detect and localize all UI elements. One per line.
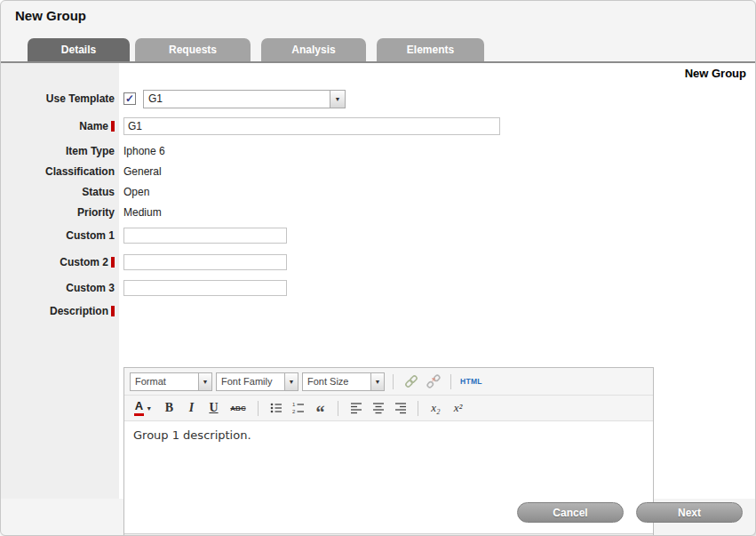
tab-details[interactable]: Details (28, 38, 130, 61)
custom1-label: Custom 1 (1, 229, 116, 242)
underline-icon[interactable]: U (204, 399, 223, 418)
blockquote-icon[interactable]: “ (311, 399, 330, 418)
chevron-down-icon[interactable]: ▼ (330, 91, 345, 108)
font-color-icon[interactable]: A ▼ (130, 399, 156, 418)
tab-elements[interactable]: Elements (377, 38, 484, 61)
use-template-selected-value: G1 (144, 92, 163, 105)
next-button[interactable]: Next (636, 502, 743, 523)
custom3-row: Custom 3 (1, 279, 755, 297)
status-row: Status Open (1, 184, 755, 200)
custom2-label: Custom 2 (1, 256, 116, 268)
cancel-button[interactable]: Cancel (517, 502, 624, 523)
required-marker (111, 257, 115, 268)
custom1-input[interactable] (123, 228, 287, 244)
svg-text:2: 2 (292, 409, 296, 414)
font-size-select[interactable]: Font Size ▼ (302, 372, 385, 391)
chevron-down-icon: ▼ (146, 405, 152, 412)
font-family-select[interactable]: Font Family ▼ (216, 372, 298, 391)
classification-label: Classification (1, 165, 116, 178)
editor-toolbar-row1: Format ▼ Font Family ▼ Font Size ▼ (124, 368, 653, 396)
item-type-value: Iphone 6 (123, 145, 165, 157)
tab-analysis[interactable]: Analysis (261, 38, 366, 61)
bold-icon[interactable]: B (160, 399, 179, 418)
toolbar-separator (450, 374, 451, 389)
html-source-icon[interactable]: HTML (459, 372, 483, 391)
subscript-icon[interactable]: x₂ (426, 399, 445, 418)
align-center-icon[interactable] (369, 399, 387, 418)
align-right-icon[interactable] (391, 399, 410, 418)
use-template-checkbox[interactable] (123, 92, 136, 105)
chevron-down-icon: ▼ (198, 373, 211, 390)
details-panel: New Group Use Template G1 ▼ Name (1, 63, 755, 499)
footer-actions: Cancel Next (517, 502, 743, 523)
new-group-window: New Group Details Requests Analysis Elem… (0, 0, 756, 536)
custom3-label: Custom 3 (1, 282, 116, 294)
name-input[interactable] (123, 117, 500, 135)
unlink-icon[interactable] (424, 372, 442, 391)
page-title: New Group (15, 8, 86, 23)
svg-text:1: 1 (292, 402, 296, 407)
editor-toolbar-row2: A ▼ B I U ABC 12 “ (124, 396, 653, 421)
insert-link-icon[interactable] (402, 372, 420, 391)
italic-icon[interactable]: I (182, 399, 201, 418)
name-label: Name (1, 120, 116, 132)
priority-label: Priority (1, 206, 116, 219)
toolbar-separator (418, 401, 418, 416)
item-type-row: Item Type Iphone 6 (1, 143, 755, 159)
toolbar-separator (338, 401, 338, 416)
description-label: Description (1, 305, 116, 317)
status-label: Status (1, 186, 116, 198)
custom2-row: Custom 2 (1, 253, 755, 271)
bullet-list-icon[interactable] (267, 399, 285, 418)
classification-value: General (123, 165, 162, 178)
name-row: Name (1, 116, 755, 136)
custom2-input[interactable] (123, 254, 287, 270)
chevron-down-icon: ▼ (284, 373, 298, 390)
tab-requests[interactable]: Requests (135, 38, 251, 61)
use-template-label: Use Template (1, 92, 116, 105)
priority-row: Priority Medium (1, 204, 755, 220)
superscript-icon[interactable]: x² (449, 399, 467, 418)
required-marker (111, 306, 115, 316)
required-marker (111, 121, 115, 132)
use-template-select[interactable]: G1 ▼ (143, 90, 346, 108)
status-value: Open (123, 186, 149, 198)
classification-row: Classification General (1, 164, 755, 180)
tab-bar: Details Requests Analysis Elements (28, 38, 484, 61)
chevron-down-icon: ▼ (370, 373, 384, 390)
strikethrough-icon[interactable]: ABC (227, 399, 250, 418)
toolbar-separator (393, 374, 394, 389)
custom3-input[interactable] (123, 280, 287, 296)
format-select[interactable]: Format ▼ (130, 372, 212, 391)
description-row: Description (1, 305, 755, 321)
use-template-row: Use Template G1 ▼ (1, 86, 755, 111)
toolbar-separator (258, 401, 259, 416)
custom1-row: Custom 1 (1, 227, 755, 244)
numbered-list-icon[interactable]: 12 (289, 399, 307, 418)
section-title: New Group (685, 67, 746, 80)
item-type-label: Item Type (1, 145, 116, 157)
align-left-icon[interactable] (346, 399, 365, 418)
priority-value: Medium (123, 206, 162, 219)
